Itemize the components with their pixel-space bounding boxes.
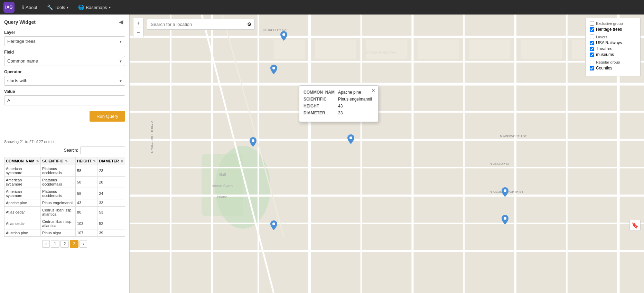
field-select[interactable]: Common name xyxy=(4,56,125,66)
tools-icon: 🔧 xyxy=(47,4,53,10)
map-popup: ✕ COMMON_NAM Apache pine SCIENTIFIC Pinu… xyxy=(299,85,379,122)
map-pin-6[interactable] xyxy=(502,187,508,197)
svg-point-45 xyxy=(504,189,506,192)
run-query-button[interactable]: Run Query xyxy=(90,111,125,122)
map-pin-4[interactable] xyxy=(347,134,354,144)
regular-group-checkbox[interactable] xyxy=(590,60,594,64)
zoom-controls: + − xyxy=(133,18,143,38)
table-cell: Platanus occidentalis xyxy=(41,177,76,188)
regular-group-title: Regular group xyxy=(590,60,636,64)
table-row[interactable]: American sycamorePlatanus occidentalis58… xyxy=(4,177,125,188)
tools-nav[interactable]: 🔧 Tools ▾ xyxy=(45,3,71,11)
zoom-in-button[interactable]: + xyxy=(133,18,143,28)
map-search-button[interactable]: ⚙ xyxy=(244,19,255,30)
table-row[interactable]: American sycamorePlatanus occidentalis58… xyxy=(4,165,125,177)
usa-railways-checkbox[interactable] xyxy=(590,41,594,45)
bookmark-button[interactable]: 🔖 xyxy=(629,220,641,231)
exclusive-group-checkbox[interactable] xyxy=(590,21,594,26)
map-pin-3[interactable] xyxy=(250,137,256,147)
regular-group-section: Regular group Counties xyxy=(590,60,636,70)
sort-icon-sci: ⇅ xyxy=(65,160,68,163)
museums-checkbox[interactable] xyxy=(590,53,594,57)
table-header-row: COMMON_NAM ⇅ SCIENTIFIC ⇅ HEIGHT ⇅ DIAME… xyxy=(4,157,125,165)
value-input[interactable]: A xyxy=(4,95,125,105)
museums-label: museums xyxy=(596,52,614,57)
about-label: About xyxy=(26,5,37,10)
map-background: N GREELEY AVE N ROSA PARKS WAY N AINSWOR… xyxy=(130,15,644,293)
svg-text:Island: Island xyxy=(217,195,227,199)
layers-group-checkbox[interactable] xyxy=(590,35,594,39)
table-cell: Pinus nigra xyxy=(41,229,76,237)
map-pin-1[interactable] xyxy=(280,31,287,41)
layers-section-title: Layers xyxy=(590,35,636,39)
table-cell: 103 xyxy=(75,218,97,229)
about-nav[interactable]: ℹ About xyxy=(20,3,39,11)
map-pin-5[interactable] xyxy=(270,220,277,230)
col-common-name[interactable]: COMMON_NAM ⇅ xyxy=(4,157,41,165)
navbar: IAG ℹ About 🔧 Tools ▾ 🌐 Basemaps ▾ xyxy=(0,0,644,15)
svg-rect-36 xyxy=(418,40,459,59)
sidebar-header: Query Widget ◀ xyxy=(4,18,125,26)
counties-checkbox[interactable] xyxy=(590,66,594,70)
layer-item-heritage: Heritage trees xyxy=(590,27,636,32)
svg-text:above Swan: above Swan xyxy=(212,184,233,188)
layers-panel: Exclusive group Heritage trees Layers US… xyxy=(585,18,641,76)
layers-section: Layers USA Railways Theatres museums xyxy=(590,35,636,57)
sort-icon-common: ⇅ xyxy=(36,160,39,163)
layer-label: Layer xyxy=(4,30,125,35)
heritage-trees-label: Heritage trees xyxy=(596,27,622,32)
col-scientific[interactable]: SCIENTIFIC ⇅ xyxy=(41,157,76,165)
basemaps-label: Basemaps xyxy=(86,5,107,10)
pagination-page-3[interactable]: 3 xyxy=(70,240,78,248)
info-icon: ℹ xyxy=(22,4,24,10)
table-cell: 58 xyxy=(75,188,97,199)
basemaps-nav[interactable]: 🌐 Basemaps ▾ xyxy=(76,3,112,11)
table-cell: 107 xyxy=(75,229,97,237)
main-layout: Query Widget ◀ Layer Heritage trees ▼ Fi… xyxy=(0,15,644,293)
svg-point-46 xyxy=(504,217,506,220)
pagination-page-1[interactable]: 1 xyxy=(51,240,59,248)
map-pin-7[interactable] xyxy=(502,215,508,225)
value-label: Value xyxy=(4,89,125,94)
table-cell: 58 xyxy=(75,165,97,177)
col-diameter[interactable]: DIAMETER ⇅ xyxy=(97,157,125,165)
table-row[interactable]: American sycamorePlatanus occidentalis58… xyxy=(4,188,125,199)
table-header: COMMON_NAM ⇅ SCIENTIFIC ⇅ HEIGHT ⇅ DIAME… xyxy=(4,157,125,165)
pagination-next[interactable]: › xyxy=(80,240,87,248)
table-cell: Cedrus libani ssp. atlantica xyxy=(41,218,76,229)
table-row[interactable]: Apache pinePinus engelmannii4333 xyxy=(4,199,125,207)
pagination-page-2[interactable]: 2 xyxy=(60,240,69,248)
table-row[interactable]: Atlas cedarCedrus libani ssp. atlantica8… xyxy=(4,207,125,218)
heritage-trees-checkbox[interactable] xyxy=(590,27,594,32)
theatres-checkbox[interactable] xyxy=(590,47,594,51)
table-row[interactable]: Atlas cedarCedrus libani ssp. atlantica1… xyxy=(4,218,125,229)
map-container[interactable]: N GREELEY AVE N ROSA PARKS WAY N AINSWOR… xyxy=(130,15,644,293)
svg-text:N AINSWORTH ST: N AINSWORTH ST xyxy=(500,134,527,138)
table-search-input[interactable] xyxy=(80,146,125,154)
map-search-input[interactable] xyxy=(147,19,244,30)
table-cell: Austrian pine xyxy=(4,229,41,237)
popup-row-height: HEIGHT 43 xyxy=(304,104,374,108)
results-table: COMMON_NAM ⇅ SCIENTIFIC ⇅ HEIGHT ⇅ DIAME… xyxy=(4,157,125,237)
svg-text:Bluff: Bluff xyxy=(218,172,226,177)
zoom-out-button[interactable]: − xyxy=(133,28,143,38)
table-cell: Platanus occidentalis xyxy=(41,165,76,177)
search-label: Search: xyxy=(64,148,78,153)
layer-item-railways: USA Railways xyxy=(590,40,636,45)
pagination-prev[interactable]: ‹ xyxy=(42,240,50,248)
operator-select[interactable]: starts with xyxy=(4,76,125,86)
table-cell: 28 xyxy=(97,177,125,188)
popup-close-button[interactable]: ✕ xyxy=(371,88,375,93)
popup-val-sci: Pinus engelmannii xyxy=(338,97,374,102)
table-cell: American sycamore xyxy=(4,177,41,188)
map-pin-2[interactable] xyxy=(270,65,277,74)
collapse-sidebar-button[interactable]: ◀ xyxy=(117,18,125,26)
layer-select[interactable]: Heritage trees xyxy=(4,36,125,46)
table-row[interactable]: Austrian pinePinus nigra10739 xyxy=(4,229,125,237)
popup-row-diam: DIAMETER 33 xyxy=(304,111,374,115)
table-cell: American sycamore xyxy=(4,188,41,199)
svg-rect-34 xyxy=(315,40,356,59)
col-height[interactable]: HEIGHT ⇅ xyxy=(75,157,97,165)
basemaps-chevron-icon: ▾ xyxy=(109,6,111,9)
svg-point-40 xyxy=(282,33,285,36)
